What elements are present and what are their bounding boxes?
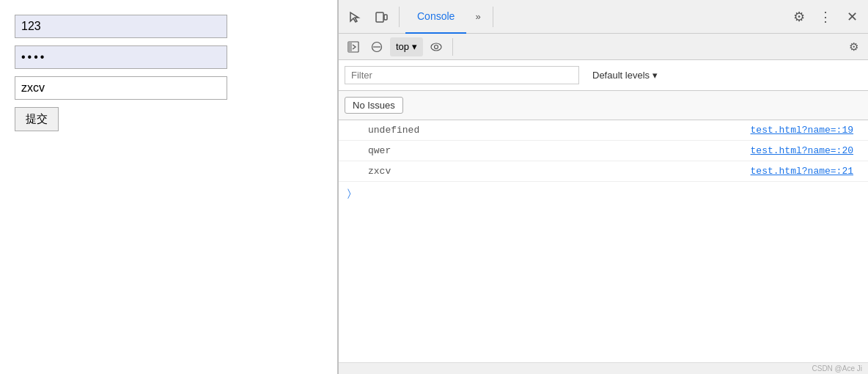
console-separator [452,38,453,56]
text-input[interactable] [15,15,227,38]
console-prompt[interactable]: 〉 [339,182,868,205]
console-link-1[interactable]: test.html?name=:19 [751,125,853,136]
filter-input[interactable] [345,66,579,84]
no-issues-badge: No Issues [345,97,403,114]
console-row: undefined test.html?name=:19 [339,120,868,141]
devtools-panel: Console » ⚙ ⋮ ✕ [339,0,868,374]
footer-text: CSDN @Ace Ji [812,364,863,373]
device-icon[interactable] [369,5,393,29]
console-value-1: undefined [368,125,515,136]
left-panel: 提交 [0,0,337,374]
console-row: zxcv test.html?name=:21 [339,161,868,182]
filter-bar: Default levels ▾ [339,60,868,91]
context-selector[interactable]: top ▾ [390,37,423,56]
submit-button[interactable]: 提交 [15,107,59,131]
text-input-2[interactable] [15,76,227,100]
tab-more[interactable]: » [469,0,486,34]
console-link-2[interactable]: test.html?name=:20 [751,145,853,156]
prompt-symbol: 〉 [347,188,351,199]
svg-rect-1 [384,15,387,20]
default-levels-dropdown-icon: ▾ [652,70,658,81]
settings-icon[interactable]: ⚙ [787,5,811,29]
devtools-toolbar: Console » ⚙ ⋮ ✕ [339,0,868,34]
devtools-footer: CSDN @Ace Ji [339,362,868,374]
context-label: top [396,41,409,52]
toolbar-separator-2 [493,7,493,27]
console-sidebar-icon[interactable] [343,37,364,57]
inspect-icon[interactable] [343,5,367,29]
context-dropdown-icon: ▾ [412,41,417,52]
svg-point-7 [435,45,438,48]
clear-console-icon[interactable] [367,37,387,57]
console-output: undefined test.html?name=:19 qwer test.h… [339,120,868,362]
password-input[interactable] [15,45,227,69]
toolbar-separator-1 [399,7,400,27]
close-icon[interactable]: ✕ [840,5,864,29]
no-issues-bar: No Issues [339,91,868,120]
svg-rect-3 [348,42,352,52]
console-value-2: qwer [368,145,515,156]
default-levels-label: Default levels [592,70,650,81]
console-value-3: zxcv [368,166,515,177]
console-link-3[interactable]: test.html?name=:21 [751,166,853,177]
tab-console[interactable]: Console [405,0,466,34]
console-settings-icon[interactable]: ⚙ [843,37,864,57]
svg-rect-0 [376,12,383,22]
toolbar-right-icons: ⚙ ⋮ ✕ [787,5,864,29]
eye-icon[interactable] [426,37,446,57]
console-right-icon: ⚙ [843,37,864,57]
console-toolbar: top ▾ ⚙ [339,34,868,60]
console-row: qwer test.html?name=:20 [339,141,868,161]
svg-point-6 [431,43,441,51]
default-levels-button[interactable]: Default levels ▾ [585,67,665,84]
more-options-icon[interactable]: ⋮ [814,5,837,29]
